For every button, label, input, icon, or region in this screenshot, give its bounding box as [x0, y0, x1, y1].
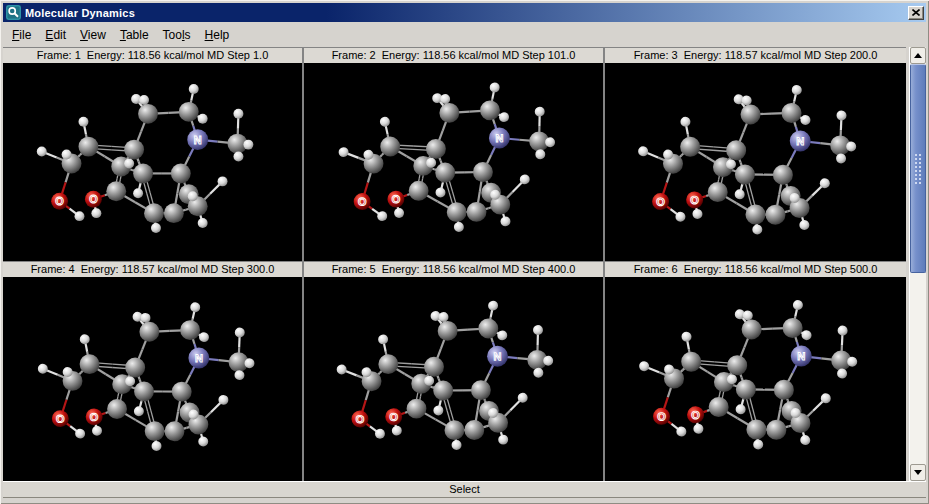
svg-text:N: N	[493, 350, 501, 362]
svg-text:O: O	[55, 195, 64, 207]
menu-bar: File Edit View Table Tools Help	[3, 22, 926, 47]
svg-text:O: O	[90, 411, 99, 423]
menu-edit[interactable]: Edit	[38, 25, 73, 45]
svg-text:O: O	[56, 413, 65, 425]
svg-text:N: N	[195, 352, 203, 364]
molecule-render-5: NOO	[304, 277, 603, 481]
scroll-up-button[interactable]	[910, 47, 926, 64]
frame-4-viewport[interactable]: NOO	[3, 277, 302, 481]
frame-5-viewport[interactable]: NOO	[304, 277, 603, 481]
frame-4-header: Frame: 4 Energy: 118.57 kcal/mol MD Step…	[3, 261, 302, 277]
svg-text:O: O	[657, 410, 666, 422]
svg-text:O: O	[690, 194, 699, 206]
frame-3-header: Frame: 3 Energy: 118.57 kcal/mol MD Step…	[605, 47, 906, 63]
title-bar[interactable]: Molecular Dynamics	[3, 3, 926, 22]
frame-cell-2[interactable]: Frame: 2 Energy: 118.56 kcal/mol MD Step…	[304, 47, 605, 261]
menu-table[interactable]: Table	[113, 25, 156, 45]
frame-5-header: Frame: 5 Energy: 118.56 kcal/mol MD Step…	[304, 261, 603, 277]
scroll-down-icon	[914, 470, 922, 475]
svg-text:O: O	[358, 195, 367, 207]
svg-text:N: N	[796, 135, 804, 147]
molecule-render-4: NOO	[3, 277, 302, 481]
svg-text:N: N	[495, 132, 503, 144]
svg-text:O: O	[392, 193, 401, 205]
menu-tools[interactable]: Tools	[156, 25, 198, 45]
svg-text:N: N	[797, 350, 805, 362]
svg-text:O: O	[89, 193, 98, 205]
svg-text:N: N	[194, 134, 202, 146]
svg-text:O: O	[356, 413, 365, 425]
menu-help[interactable]: Help	[198, 25, 237, 45]
close-button[interactable]	[908, 6, 924, 20]
app-window: Molecular Dynamics File Edit View Table …	[0, 0, 929, 504]
frame-6-header: Frame: 6 Energy: 118.56 kcal/mol MD Step…	[605, 261, 906, 277]
menu-view[interactable]: View	[73, 25, 113, 45]
frame-cell-5[interactable]: Frame: 5 Energy: 118.56 kcal/mol MD Step…	[304, 261, 605, 481]
molecule-render-1: NOO	[3, 63, 302, 261]
frame-1-viewport[interactable]: NOO	[3, 63, 302, 261]
frame-cell-6[interactable]: Frame: 6 Energy: 118.56 kcal/mol MD Step…	[605, 261, 906, 481]
svg-text:O: O	[691, 409, 700, 421]
frame-6-viewport[interactable]: NOO	[605, 277, 906, 481]
frame-2-header: Frame: 2 Energy: 118.56 kcal/mol MD Step…	[304, 47, 603, 63]
status-text: Select	[449, 483, 480, 495]
close-icon	[912, 9, 920, 16]
frame-1-header: Frame: 1 Energy: 118.56 kcal/mol MD Step…	[3, 47, 302, 63]
scroll-up-icon	[914, 53, 922, 58]
frame-3-viewport[interactable]: NOO	[605, 63, 906, 261]
frame-cell-3[interactable]: Frame: 3 Energy: 118.57 kcal/mol MD Step…	[605, 47, 906, 261]
frames-grid: Frame: 1 Energy: 118.56 kcal/mol MD Step…	[3, 47, 906, 481]
svg-text:O: O	[389, 411, 398, 423]
molecule-render-2: NOO	[304, 63, 603, 261]
molecule-render-3: NOO	[605, 63, 906, 261]
molecule-render-6: NOO	[605, 277, 906, 481]
magnifier-app-icon	[6, 5, 21, 20]
status-bar: Select	[3, 481, 926, 498]
frame-cell-1[interactable]: Frame: 1 Energy: 118.56 kcal/mol MD Step…	[3, 47, 304, 261]
menu-file[interactable]: File	[5, 25, 38, 45]
frame-cell-4[interactable]: Frame: 4 Energy: 118.57 kcal/mol MD Step…	[3, 261, 304, 481]
scrollbar-grip	[914, 153, 922, 185]
window-title: Molecular Dynamics	[25, 7, 908, 19]
scrollbar-thumb[interactable]	[910, 64, 926, 273]
frame-2-viewport[interactable]: NOO	[304, 63, 603, 261]
vertical-scrollbar[interactable]	[909, 47, 926, 481]
svg-text:O: O	[656, 195, 665, 207]
scroll-down-button[interactable]	[910, 464, 926, 481]
